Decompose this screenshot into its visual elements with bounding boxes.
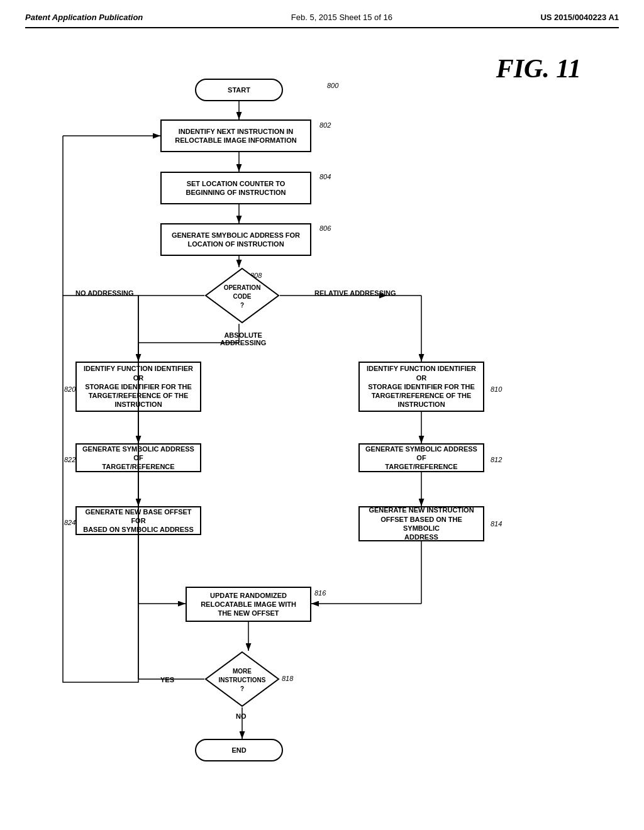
svg-rect-33 bbox=[63, 296, 138, 682]
node-804-text: SET LOCATION COUNTER TOBEGINNING OF INST… bbox=[186, 179, 286, 197]
header-publication-label: Patent Application Publication bbox=[25, 13, 143, 22]
node-824: GENERATE NEW BASE OFFSET FORBASED ON SYM… bbox=[75, 506, 201, 535]
no-addressing-label: NO ADDRESSING bbox=[75, 289, 134, 297]
diagram-area: FIG. 11 800 START 802 INDENTIFY NEXT INS… bbox=[25, 47, 619, 789]
node-812-label: 812 bbox=[491, 456, 502, 463]
start-node: START bbox=[195, 79, 283, 101]
node-816-text: UPDATE RANDOMIZEDRELOCATABLE IMAGE WITHT… bbox=[201, 591, 296, 618]
header-patent-number: US 2015/0040223 A1 bbox=[540, 13, 619, 22]
svg-text:?: ? bbox=[240, 685, 244, 692]
relative-addressing-label: RELATIVE ADDRESSING bbox=[314, 289, 396, 297]
node-814: GENERATE NEW INSTRUCTIONOFFSET BASED ON … bbox=[358, 506, 484, 541]
node-816: UPDATE RANDOMIZEDRELOCATABLE IMAGE WITHT… bbox=[186, 587, 311, 622]
node-822-text: GENERATE SYMBOLIC ADDRESS OFTARGET/REFER… bbox=[82, 445, 195, 472]
yes-label: YES bbox=[160, 676, 174, 683]
node-820: IDENTIFY FUNCTION IDENTIFIER ORSTORAGE I… bbox=[75, 362, 201, 412]
node-810: IDENTIFY FUNCTION IDENTIFIER ORSTORAGE I… bbox=[358, 362, 484, 412]
node-810-label: 810 bbox=[491, 385, 502, 393]
node-820-label: 820 bbox=[64, 385, 75, 393]
svg-text:OPERATION: OPERATION bbox=[224, 284, 261, 291]
node-806-text: GENERATE SMYBOLIC ADDRESS FORLOCATION OF… bbox=[172, 231, 300, 249]
absolute-addressing-label: ABSOLUTEADDRESSING bbox=[220, 331, 266, 346]
page: Patent Application Publication Feb. 5, 2… bbox=[0, 0, 644, 830]
svg-text:?: ? bbox=[240, 302, 244, 309]
node-812-text: GENERATE SYMBOLIC ADDRESS OFTARGET/REFER… bbox=[365, 445, 478, 472]
node-820-text: IDENTIFY FUNCTION IDENTIFIER ORSTORAGE I… bbox=[82, 364, 195, 409]
no-label: NO bbox=[236, 712, 247, 720]
svg-text:CODE: CODE bbox=[233, 293, 252, 300]
svg-text:MORE: MORE bbox=[233, 668, 252, 675]
node-822-label: 822 bbox=[64, 456, 75, 463]
page-header: Patent Application Publication Feb. 5, 2… bbox=[25, 13, 619, 28]
node-802-text: INDENTIFY NEXT INSTRUCTION INRELOCTABLE … bbox=[175, 127, 296, 145]
end-node: END bbox=[195, 739, 283, 761]
node-806: GENERATE SMYBOLIC ADDRESS FORLOCATION OF… bbox=[160, 223, 311, 256]
header-date-sheet: Feb. 5, 2015 Sheet 15 of 16 bbox=[291, 13, 392, 22]
node-814-text: GENERATE NEW INSTRUCTIONOFFSET BASED ON … bbox=[365, 506, 478, 541]
node-824-label: 824 bbox=[64, 519, 75, 526]
node-802: INDENTIFY NEXT INSTRUCTION INRELOCTABLE … bbox=[160, 119, 311, 152]
end-label: END bbox=[231, 746, 246, 754]
node-818-diamond: MORE INSTRUCTIONS ? bbox=[204, 651, 280, 707]
node-824-text: GENERATE NEW BASE OFFSET FORBASED ON SYM… bbox=[82, 507, 195, 534]
node-802-label: 802 bbox=[319, 121, 331, 129]
node-814-label: 814 bbox=[491, 520, 502, 528]
svg-text:INSTRUCTIONS: INSTRUCTIONS bbox=[219, 677, 266, 683]
start-label: START bbox=[228, 86, 250, 94]
node-800-label: 800 bbox=[327, 82, 338, 89]
node-818-label: 818 bbox=[282, 675, 293, 682]
figure-title: FIG. 11 bbox=[496, 53, 581, 84]
node-810-text: IDENTIFY FUNCTION IDENTIFIER ORSTORAGE I… bbox=[365, 364, 478, 409]
flowchart-arrows bbox=[25, 47, 619, 789]
node-808-diamond: OPERATION CODE ? bbox=[204, 267, 280, 324]
node-816-label: 816 bbox=[314, 589, 326, 597]
node-804-label: 804 bbox=[319, 173, 331, 180]
node-806-label: 806 bbox=[319, 224, 331, 232]
node-812: GENERATE SYMBOLIC ADDRESS OFTARGET/REFER… bbox=[358, 443, 484, 472]
node-804: SET LOCATION COUNTER TOBEGINNING OF INST… bbox=[160, 172, 311, 204]
node-822: GENERATE SYMBOLIC ADDRESS OFTARGET/REFER… bbox=[75, 443, 201, 472]
